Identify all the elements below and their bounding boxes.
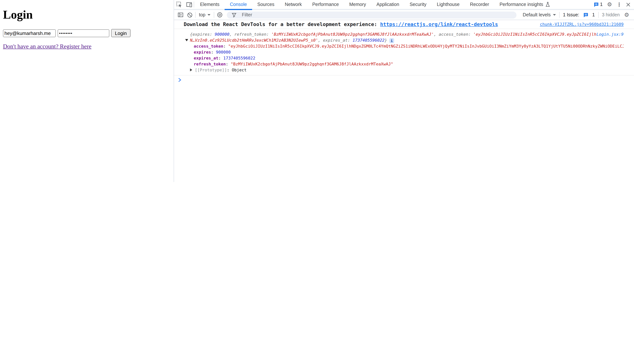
divider [195, 12, 196, 18]
screen: Login Login Don't have an account? Regis… [0, 0, 634, 182]
source-link[interactable]: chunk-VIJJTZRL.js?v=960bd321:21609 [540, 22, 624, 28]
live-expression-eye-icon[interactable] [215, 12, 225, 18]
prototype-row[interactable]: [[Prototype]]: Object [190, 67, 624, 73]
devtools-tabs: Elements Console Sources Network Perform… [195, 0, 555, 9]
hidden-messages-count[interactable]: 3 hidden [599, 12, 622, 18]
chevron-down-icon [553, 14, 556, 16]
object-preview[interactable]: Login.jsx:9{expires: 900000, refresh_tok… [190, 32, 624, 44]
close-icon[interactable] [626, 2, 630, 6]
prompt-chevron-icon [178, 78, 182, 82]
console-sidebar-icon[interactable] [176, 12, 185, 18]
tab-elements[interactable]: Elements [195, 0, 224, 9]
email-field[interactable] [3, 29, 56, 37]
issues-counter[interactable]: 1 [594, 2, 602, 7]
tab-performance-insights[interactable]: Performance insights [494, 0, 555, 9]
tab-sources[interactable]: Sources [252, 0, 280, 9]
divider [214, 12, 214, 18]
inspect-element-icon[interactable] [176, 2, 182, 8]
chevron-down-icon [208, 14, 211, 16]
object-property-row: refresh_token: "BzMYiIWUxK2cbgofAjPbAnut… [190, 61, 624, 67]
divider [194, 2, 194, 8]
console-prompt[interactable] [174, 76, 634, 82]
react-devtools-link[interactable]: https://reactjs.org/link/react-devtools [380, 21, 498, 27]
flask-icon [545, 2, 550, 7]
console-messages: chunk-VIJJTZRL.js?v=960bd321:21609 Downl… [174, 20, 634, 182]
device-toolbar-icon[interactable] [186, 2, 192, 7]
collapse-triangle-icon[interactable] [185, 39, 188, 41]
filter-box[interactable] [227, 11, 516, 18]
object-property-row: expires: 900000 [190, 50, 624, 56]
tab-lighthouse[interactable]: Lighthouse [432, 0, 464, 9]
filter-input[interactable] [241, 12, 514, 18]
object-property-row: expires_at: 1737405596022 [190, 56, 624, 61]
register-link[interactable]: Don't have an account? Register here [3, 43, 92, 50]
tab-security[interactable]: Security [404, 0, 432, 9]
tab-network[interactable]: Network [280, 0, 307, 9]
more-options-icon[interactable]: ⋮ [616, 2, 622, 8]
console-settings-icon[interactable]: ⚙ [622, 12, 631, 18]
tab-application[interactable]: Application [371, 0, 404, 9]
password-field[interactable] [58, 29, 109, 37]
register-row: Don't have an account? Register here [3, 43, 171, 50]
expand-triangle-icon[interactable] [190, 68, 192, 72]
browser-page: Login Login Don't have an account? Regis… [0, 0, 174, 182]
page-title: Login [3, 8, 171, 22]
devtools-tabbar: Elements Console Sources Network Perform… [174, 0, 634, 10]
source-link[interactable]: Login.jsx:9 [596, 32, 624, 38]
login-button[interactable]: Login [111, 29, 130, 37]
toolbar-issues-counter[interactable]: 1 Issue: 1 [560, 12, 597, 18]
divider [598, 12, 598, 18]
devtools-panel: Elements Console Sources Network Perform… [174, 0, 634, 182]
console-message-react-devtools: chunk-VIJJTZRL.js?v=960bd321:21609 Downl… [174, 20, 634, 29]
clear-console-icon[interactable] [185, 12, 194, 18]
tab-memory[interactable]: Memory [344, 0, 371, 9]
login-form: Login [3, 29, 171, 37]
object-property-row: access_token: "eyJhbGciOiJIUzI1NiIsInR5c… [190, 44, 624, 50]
console-toolbar: top Default levels [174, 10, 634, 20]
tab-console[interactable]: Console [224, 0, 252, 9]
message-text: Download the React DevTools for a better… [184, 21, 380, 27]
javascript-context-select[interactable]: top [196, 12, 213, 18]
issues-count: 1 [600, 2, 602, 7]
settings-icon[interactable]: ⚙ [607, 1, 612, 8]
log-levels-select[interactable]: Default levels [520, 12, 558, 18]
issues-bubble-icon [594, 2, 598, 7]
info-icon: i [389, 38, 394, 43]
divider [559, 12, 560, 18]
tab-recorder[interactable]: Recorder [465, 0, 494, 9]
tab-performance[interactable]: Performance [307, 0, 344, 9]
issues-bubble-icon [582, 12, 590, 17]
console-message-object: Login.jsx:9{expires: 900000, refresh_tok… [174, 29, 634, 76]
filter-funnel-icon [230, 12, 238, 17]
